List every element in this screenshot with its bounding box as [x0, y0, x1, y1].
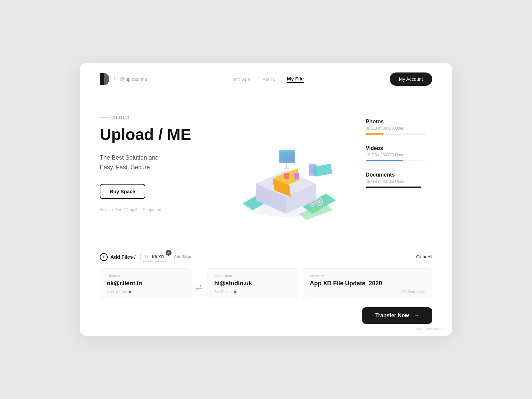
swap-icon-wrap	[195, 268, 202, 299]
hero-illustration	[206, 112, 366, 235]
hero-subtitle: The Best Solution and Easy. Fast. Secure	[100, 153, 206, 172]
svg-rect-12	[279, 150, 295, 163]
stat-photos-bar-fill	[366, 133, 384, 135]
your-email-value[interactable]: hi@studio.uk	[214, 280, 291, 287]
buy-space-button[interactable]: Buy Space	[100, 184, 145, 199]
svg-rect-20	[289, 171, 294, 177]
stat-videos: Videos 19 GB of 30 GB Used	[366, 145, 432, 161]
my-account-button[interactable]: My Account	[390, 72, 432, 86]
email-to-value[interactable]: ok@client.io	[107, 280, 184, 287]
words-left: *10 Words Left	[310, 290, 425, 294]
email-to-card: Email to ok@client.io User verified	[100, 268, 191, 299]
nav-myfile[interactable]: My File	[287, 76, 304, 83]
verified-dot	[129, 291, 131, 293]
stat-videos-bar-bg	[366, 160, 426, 161]
cloud-text: CLOUD	[112, 115, 130, 120]
stat-photos-name: Photos	[366, 119, 432, 125]
clear-all-button[interactable]: Clear All	[416, 254, 432, 259]
add-files-label[interactable]: + Add Files /	[100, 253, 136, 261]
stat-photos: Photos 09 GB of 30 GB Used	[366, 119, 432, 135]
set-default-text: Set Default	[214, 290, 232, 294]
bottom-section: + Add Files / UI_Kit.XD ✕ Add More Clear…	[80, 245, 452, 334]
swap-icon[interactable]	[195, 284, 202, 290]
transfer-row: Transfer Now →	[100, 304, 432, 324]
user-verified-text: User verified	[107, 290, 127, 294]
iso-illustration	[223, 124, 349, 223]
main-card: / Hi@upload.me Storage Plans My File My …	[80, 63, 452, 336]
your-email-card: Your Email hi@studio.uk Set Default	[207, 268, 298, 299]
stat-videos-bar-fill	[366, 160, 403, 161]
stat-documents-name: Documents	[366, 172, 432, 178]
add-files-row: + Add Files / UI_Kit.XD ✕ Add More Clear…	[100, 252, 432, 262]
your-email-label: Your Email	[214, 274, 291, 278]
svg-point-25	[312, 203, 314, 205]
transfer-arrow-icon: →	[414, 313, 419, 319]
stat-photos-used: 09 GB of 30 GB Used	[366, 126, 432, 131]
logo-area: / Hi@upload.me	[100, 73, 147, 85]
stat-documents-bar-fill	[366, 187, 421, 188]
file-tag: UI_Kit.XD ✕	[140, 252, 169, 262]
file-tag-name: UI_Kit.XD	[145, 254, 164, 259]
logo-icon	[100, 73, 109, 85]
stats-panel: Photos 09 GB of 30 GB Used Videos 19 GB …	[366, 112, 432, 235]
svg-point-23	[318, 200, 321, 203]
svg-rect-19	[284, 173, 289, 179]
add-files-text: Add Files /	[110, 254, 136, 260]
transfer-button[interactable]: Transfer Now →	[362, 307, 432, 324]
stat-documents: Documents 28 GB of 30 GB Used	[366, 172, 432, 188]
message-value[interactable]: App XD File Update_2020	[310, 280, 425, 287]
add-more-button[interactable]: Add More	[174, 254, 193, 259]
cloud-label-area: CLOUD	[100, 115, 206, 120]
nav-storage[interactable]: Storage	[233, 76, 251, 82]
supported-text: Folder / .Exe / Dmg File Supported	[100, 207, 206, 212]
stat-videos-name: Videos	[366, 145, 432, 151]
svg-rect-14	[284, 168, 289, 169]
transfer-label: Transfer Now	[375, 313, 409, 319]
breadcrumb: / Hi@upload.me	[114, 76, 147, 82]
form-row: Email to ok@client.io User verified You	[100, 268, 432, 299]
header: / Hi@upload.me Storage Plans My File My …	[80, 63, 452, 95]
default-dot	[234, 291, 236, 293]
main-nav: Storage Plans My File	[233, 76, 304, 83]
svg-rect-21	[294, 173, 299, 179]
stat-documents-used: 28 GB of 30 GB Used	[366, 179, 432, 184]
file-tag-close-button[interactable]: ✕	[166, 250, 172, 256]
message-card: Message App XD File Update_2020 *10 Word…	[303, 268, 432, 299]
stat-documents-bar-bg	[366, 187, 426, 188]
your-email-sub: Set Default	[214, 290, 291, 294]
hero-left: CLOUD Upload / ME The Best Solution and …	[100, 112, 206, 235]
footer-note: post of uimaker.com	[415, 327, 444, 331]
cloud-line	[100, 117, 109, 118]
email-to-sub: User verified	[107, 290, 184, 294]
nav-plans[interactable]: Plans	[262, 76, 275, 82]
hero-section: CLOUD Upload / ME The Best Solution and …	[80, 95, 452, 242]
add-icon: +	[100, 253, 108, 261]
message-label: Message	[310, 274, 425, 278]
hero-title: Upload / ME	[100, 126, 206, 144]
stat-videos-used: 19 GB of 30 GB Used	[366, 153, 432, 157]
email-to-label: Email to	[107, 274, 184, 278]
stat-photos-bar-bg	[366, 133, 426, 135]
svg-rect-13	[286, 163, 287, 168]
